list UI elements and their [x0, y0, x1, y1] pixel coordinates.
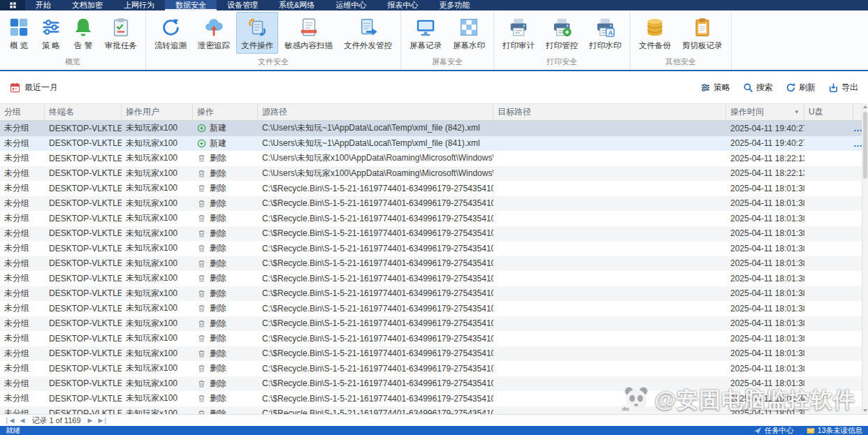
calendar-icon — [10, 82, 20, 93]
table-row-2[interactable]: 未分组DESKTOP-VLKTLE1未知玩家x100删除C:\Users\未知玩… — [0, 151, 868, 166]
task-center-label: 任务中心 — [765, 426, 794, 435]
ribbon-button-sensitive-scan[interactable]: 敏感内容扫描 — [280, 12, 338, 54]
table-row-3[interactable]: 未分组DESKTOP-VLKTLE1未知玩家x100删除C:\Users\未知玩… — [0, 166, 868, 182]
file-operation-icon — [247, 17, 268, 38]
table-row-19[interactable]: 未分组DESKTOP-VLKTLE1未知玩家x100删除C:\$Recycle.… — [0, 406, 868, 415]
scrollbar-up-button[interactable] — [862, 103, 868, 110]
table-row-9[interactable]: 未分组DESKTOP-VLKTLE1未知玩家x100删除C:\$Recycle.… — [0, 256, 868, 272]
unread-messages-button[interactable]: 13条未读信息 — [806, 426, 862, 435]
date-range-filter[interactable]: 最近一月 — [10, 82, 58, 94]
nav-prev-button[interactable]: ◀ — [18, 418, 26, 424]
ribbon-button-file-backup[interactable]: 文件备份 — [634, 12, 676, 54]
ribbon-button-alert-bell[interactable]: 告 警 — [68, 12, 99, 54]
table-row-6[interactable]: 未分组DESKTOP-VLKTLE1未知玩家x100删除C:\$Recycle.… — [0, 211, 868, 226]
ribbon-button-policy-sliders[interactable]: 策 略 — [36, 12, 66, 54]
menu-item-5[interactable]: 系统&网络 — [268, 0, 325, 10]
ribbon-button-outgoing-control[interactable]: 文件外发管控 — [339, 12, 397, 54]
table-row-7[interactable]: 未分组DESKTOP-VLKTLE1未知玩家x100删除C:\$Recycle.… — [0, 226, 868, 242]
table-row-15[interactable]: 未分组DESKTOP-VLKTLE1未知玩家x100删除C:\$Recycle.… — [0, 346, 868, 362]
cell-time: 2025-04-11 18:01:38 — [726, 196, 804, 212]
ribbon-button-print-watermark[interactable]: A打印水印 — [584, 12, 626, 54]
scrollbar-down-button[interactable] — [862, 407, 868, 414]
cell-terminal: DESKTOP-VLKTLE1 — [45, 406, 122, 415]
cell-src: C:\Users\未知玩家x100\AppData\Roaming\Micros… — [258, 151, 493, 166]
scrollbar-thumb[interactable] — [863, 112, 867, 179]
op-delete-icon — [197, 349, 206, 358]
menu-item-3[interactable]: 数据安全 — [165, 0, 217, 10]
table-row-10[interactable]: 未分组DESKTOP-VLKTLE1未知玩家x100删除C:\$Recycle.… — [0, 271, 868, 286]
op-delete-icon — [197, 229, 206, 238]
menu-item-7[interactable]: 报表中心 — [377, 0, 428, 10]
ribbon-button-trace-cycle[interactable]: 流转追溯 — [150, 12, 191, 54]
ribbon-button-label: 概 览 — [10, 40, 28, 51]
table-row-18[interactable]: 未分组DESKTOP-VLKTLE1未知玩家x100删除C:\$Recycle.… — [0, 391, 868, 406]
column-header-src[interactable]: 源路径 — [258, 104, 493, 120]
print-watermark-icon: A — [595, 17, 616, 38]
table-row-1[interactable]: 未分组DESKTOP-VLKTLE1未知玩家x100新建C:\Users\未知玩… — [0, 136, 868, 152]
cell-group: 未分组 — [0, 211, 45, 226]
cell-user: 未知玩家x100 — [122, 406, 193, 415]
column-header-user[interactable]: 操作用户 — [122, 104, 193, 120]
table-row-11[interactable]: 未分组DESKTOP-VLKTLE1未知玩家x100删除C:\$Recycle.… — [0, 286, 868, 302]
column-header-time[interactable]: 操作时间▼ — [726, 104, 804, 120]
menu-item-1[interactable]: 文档加密 — [62, 0, 113, 10]
toolbar-action-refresh[interactable]: 刷新 — [786, 82, 816, 94]
ribbon-group: 文件备份剪切板记录其他安全 — [630, 10, 732, 70]
menu-item-0[interactable]: 开始 — [25, 0, 62, 10]
ribbon-button-file-operation[interactable]: 文件操作 — [236, 12, 278, 54]
op-delete-icon — [197, 154, 206, 163]
table-row-0[interactable]: 未分组DESKTOP-VLKTLE1未知玩家x100新建C:\Users\未知玩… — [0, 121, 868, 136]
column-header-terminal[interactable]: 终端名 — [45, 104, 122, 120]
ribbon-button-label: 文件备份 — [639, 40, 671, 51]
op-add-icon — [197, 139, 206, 148]
table-row-12[interactable]: 未分组DESKTOP-VLKTLE1未知玩家x100删除C:\$Recycle.… — [0, 301, 868, 316]
nav-first-button[interactable]: ❘◀ — [3, 418, 15, 424]
cell-user: 未知玩家x100 — [122, 376, 193, 392]
cell-usb — [804, 136, 853, 152]
ribbon-button-overview-grid[interactable]: 概 览 — [3, 12, 34, 54]
column-header-dst[interactable]: 目标路径 — [493, 104, 726, 120]
column-header-usb[interactable]: U盘 — [804, 104, 853, 120]
column-header-op[interactable]: 操作 — [193, 104, 258, 120]
task-center-button[interactable]: 任务中心 — [753, 426, 794, 435]
ribbon-button-approval-clipboard[interactable]: 审批任务 — [100, 12, 142, 54]
table-row-5[interactable]: 未分组DESKTOP-VLKTLE1未知玩家x100删除C:\$Recycle.… — [0, 196, 868, 212]
cell-terminal: DESKTOP-VLKTLE1 — [45, 361, 122, 376]
table-row-8[interactable]: 未分组DESKTOP-VLKTLE1未知玩家x100删除C:\$Recycle.… — [0, 241, 868, 256]
cell-group: 未分组 — [0, 286, 45, 302]
cell-usb — [804, 376, 853, 392]
table-row-16[interactable]: 未分组DESKTOP-VLKTLE1未知玩家x100删除C:\$Recycle.… — [0, 361, 868, 376]
toolbar-action-policy-small[interactable]: 策略 — [700, 82, 730, 94]
ribbon-button-label: 告 警 — [74, 40, 92, 51]
filter-toolbar: 最近一月 策略搜索刷新导出 — [0, 71, 868, 103]
cell-op: 删除 — [193, 196, 258, 212]
ribbon-button-leak-cloud[interactable]: 泄密追踪 — [193, 12, 235, 54]
table-row-14[interactable]: 未分组DESKTOP-VLKTLE1未知玩家x100删除C:\$Recycle.… — [0, 331, 868, 346]
cell-terminal: DESKTOP-VLKTLE1 — [45, 346, 122, 362]
table-row-13[interactable]: 未分组DESKTOP-VLKTLE1未知玩家x100删除C:\$Recycle.… — [0, 316, 868, 332]
ribbon-button-print-control[interactable]: 打印管控 — [541, 12, 583, 54]
table-row-4[interactable]: 未分组DESKTOP-VLKTLE1未知玩家x100删除C:\$Recycle.… — [0, 181, 868, 196]
leak-cloud-icon — [203, 17, 224, 38]
ribbon-button-screen-watermark[interactable]: 屏幕水印 — [448, 12, 490, 54]
toolbar-action-export[interactable]: 导出 — [828, 82, 858, 94]
menu-item-6[interactable]: 运维中心 — [325, 0, 377, 10]
ribbon-button-clipboard-record[interactable]: 剪切板记录 — [677, 12, 728, 54]
toolbar-action-search[interactable]: 搜索 — [743, 82, 773, 94]
app-menu-button[interactable] — [0, 0, 25, 10]
nav-next-button[interactable]: ▶ — [87, 418, 94, 424]
ribbon-button-print-audit[interactable]: 打印审计 — [498, 12, 540, 54]
cell-terminal: DESKTOP-VLKTLE1 — [45, 181, 122, 196]
ribbon-button-screen-record[interactable]: 屏幕记录 — [405, 12, 447, 54]
menu-item-4[interactable]: 设备管理 — [217, 0, 268, 10]
cell-op: 删除 — [193, 331, 258, 346]
column-header-group[interactable]: 分组 — [0, 104, 45, 120]
vertical-scrollbar[interactable] — [862, 103, 868, 414]
cell-time: 2025-04-11 18:22:13 — [726, 166, 804, 182]
sort-filter-icon[interactable]: ▼ — [791, 109, 800, 115]
menu-item-2[interactable]: 上网行为 — [113, 0, 165, 10]
menu-item-8[interactable]: 更多功能 — [428, 0, 480, 10]
ribbon-button-label: 泄密追踪 — [198, 40, 230, 51]
nav-last-button[interactable]: ▶❘ — [96, 418, 109, 424]
table-row-17[interactable]: 未分组DESKTOP-VLKTLE1未知玩家x100删除C:\$Recycle.… — [0, 376, 868, 392]
